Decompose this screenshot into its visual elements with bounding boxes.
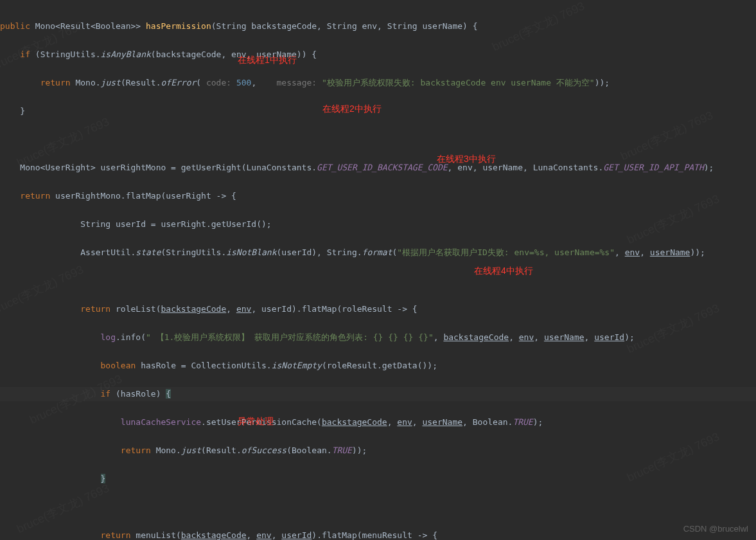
code-line: if (StringUtils.isAnyBlank(backstageCode… bbox=[0, 48, 756, 62]
code-line: log.info(" 【1.校验用户系统权限】 获取用户对应系统的角色列表: {… bbox=[0, 330, 756, 345]
code-line: public Mono<Result<Boolean>> hasPermissi… bbox=[0, 19, 756, 33]
code-line: return Mono.just(Result.ofError( code: 5… bbox=[0, 76, 756, 90]
annotation-thread4: 在线程4中执行 bbox=[474, 264, 533, 278]
code-line bbox=[0, 132, 756, 147]
code-line: AssertUtil.state(StringUtils.isNotBlank(… bbox=[0, 246, 756, 260]
code-line: Mono<UserRight> userRightMono = getUserR… bbox=[0, 161, 756, 175]
footer-watermark: CSDN @brucelwl bbox=[683, 522, 748, 536]
code-line: } bbox=[0, 472, 756, 486]
code-line: boolean hasRole = CollectionUtils.isNotE… bbox=[0, 359, 756, 373]
code-line-highlighted: if (hasRole) { bbox=[0, 387, 756, 401]
code-line: lunaCacheService.setUserPermissionCache(… bbox=[0, 415, 756, 429]
code-line: return roleList(backstageCode, env, user… bbox=[0, 302, 756, 316]
annotation-thread2: 在线程2中执行 bbox=[322, 102, 382, 116]
code-line: return menuList(backstageCode, env, user… bbox=[0, 528, 756, 540]
annotation-thread3: 在线程3中执行 bbox=[437, 152, 496, 166]
code-line: return Mono.just(Result.ofSuccess(Boolea… bbox=[0, 444, 756, 458]
code-editor: public Mono<Result<Boolean>> hasPermissi… bbox=[0, 5, 756, 540]
code-line bbox=[0, 500, 756, 514]
code-line: String userId = userRight.getUserId(); bbox=[0, 217, 756, 231]
annotation-exception: 异常处理 bbox=[238, 414, 274, 428]
code-line: return userRightMono.flatMap(userRight -… bbox=[0, 189, 756, 203]
annotation-thread1: 在线程1中执行 bbox=[238, 53, 297, 67]
code-line bbox=[0, 274, 756, 288]
